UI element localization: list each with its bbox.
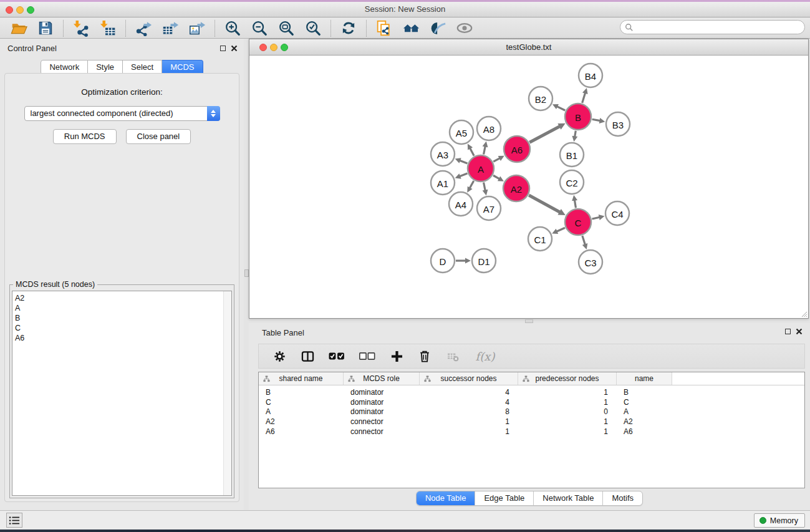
memory-button[interactable]: Memory — [754, 513, 805, 528]
graph-node-B4[interactable] — [579, 64, 602, 87]
refresh-icon[interactable] — [339, 19, 358, 37]
graph-node-A8[interactable] — [477, 117, 501, 140]
graph-node-B3[interactable] — [606, 112, 630, 136]
graph-node-A2[interactable] — [503, 175, 529, 201]
tab-node-table[interactable]: Node Table — [417, 491, 475, 505]
graph-node-C2[interactable] — [560, 170, 584, 194]
deselect-all-checkboxes-icon[interactable] — [359, 349, 376, 364]
graph-node-A7[interactable] — [477, 196, 501, 220]
graph-edge-B-B2[interactable] — [557, 107, 565, 110]
node-table[interactable]: shared nameMCDS rolesuccessor nodesprede… — [258, 372, 805, 488]
import-network-icon[interactable] — [72, 19, 90, 37]
graph-edge-A-A2[interactable] — [493, 175, 499, 179]
mcds-result-item[interactable]: A — [15, 303, 231, 313]
float-panel-icon[interactable] — [220, 46, 226, 51]
graph-edge-C-C3[interactable] — [582, 236, 585, 244]
result-scrollbar[interactable] — [223, 291, 231, 495]
graph-node-C3[interactable] — [579, 250, 602, 274]
graph-node-B[interactable] — [565, 104, 591, 130]
close-window-button[interactable] — [6, 6, 13, 14]
search-input[interactable] — [636, 21, 804, 33]
add-column-icon[interactable] — [389, 349, 404, 364]
network-window-titlebar[interactable]: testGlobe.txt — [249, 39, 808, 56]
graph-node-A1[interactable] — [431, 171, 455, 195]
network-canvas[interactable]: B4B2BB3A5A8A6B1A3AA1C2A2A4A7C4CC1C3DD1 — [249, 56, 808, 318]
table-row[interactable]: Bdominator41B — [259, 387, 804, 397]
graph-node-D1[interactable] — [472, 249, 496, 273]
export-network-icon[interactable] — [134, 19, 153, 37]
graph-node-D[interactable] — [431, 249, 455, 273]
close-panel-icon[interactable] — [231, 45, 238, 52]
graph-edge-B-B1[interactable] — [575, 131, 576, 137]
column-header-MCDS-role[interactable]: MCDS role — [344, 372, 420, 385]
table-row[interactable]: A6connector11A6 — [259, 427, 804, 437]
table-row[interactable]: Cdominator41C — [259, 397, 804, 407]
vertical-splitter-handle[interactable] — [244, 269, 249, 277]
zoom-fit-icon[interactable] — [277, 19, 296, 37]
graph-node-A3[interactable] — [431, 142, 455, 166]
import-table-icon[interactable] — [99, 19, 117, 37]
table-close-panel-icon[interactable] — [796, 328, 803, 335]
graph-edge-B-B4[interactable] — [582, 93, 586, 103]
graph-node-C4[interactable] — [605, 201, 629, 225]
graph-edge-A-A6[interactable] — [493, 158, 499, 162]
graph-node-C1[interactable] — [528, 227, 552, 251]
tab-motifs[interactable]: Motifs — [602, 491, 642, 505]
close-panel-button[interactable]: Close panel — [126, 129, 191, 144]
graph-node-A4[interactable] — [449, 192, 473, 216]
function-builder-icon[interactable]: f(x) — [473, 349, 497, 364]
graph-node-C[interactable] — [565, 209, 591, 235]
table-settings-gear-icon[interactable] — [272, 349, 287, 364]
graph-edge-C-C4[interactable] — [592, 217, 599, 219]
search-field[interactable] — [620, 20, 805, 34]
graph-edge-A2-C[interactable] — [529, 195, 560, 212]
task-history-button[interactable] — [6, 513, 22, 528]
select-all-checkboxes-icon[interactable] — [328, 349, 345, 364]
graph-edge-A-A1[interactable] — [460, 173, 467, 177]
criterion-dropdown[interactable]: largest connected component (directed) — [24, 106, 220, 121]
graph-edge-A-A3[interactable] — [460, 160, 467, 163]
column-header-predecessor-nodes[interactable]: predecessor nodes — [518, 372, 617, 385]
open-session-icon[interactable] — [9, 19, 28, 37]
minimize-window-button[interactable] — [16, 6, 24, 14]
graph-node-B2[interactable] — [529, 87, 552, 110]
first-neighbors-icon[interactable] — [428, 19, 447, 37]
table-row[interactable]: A2connector11A2 — [259, 417, 804, 427]
resize-grip-icon[interactable] — [800, 310, 808, 317]
show-hide-eye-icon[interactable] — [455, 19, 474, 37]
tab-network-table[interactable]: Network Table — [533, 491, 602, 505]
delete-rows-trash-icon[interactable] — [417, 349, 432, 364]
home-icon[interactable] — [402, 19, 420, 37]
graph-edge-C-C2[interactable] — [574, 200, 576, 208]
column-header-successor-nodes[interactable]: successor nodes — [420, 372, 518, 385]
mcds-result-item[interactable]: B — [15, 313, 231, 323]
column-header-name[interactable]: name — [617, 372, 672, 385]
graph-node-A6[interactable] — [504, 136, 530, 162]
graph-edge-A-A7[interactable] — [484, 183, 486, 191]
tab-edge-table[interactable]: Edge Table — [475, 491, 533, 505]
graph-node-A[interactable] — [468, 155, 494, 181]
zoom-out-icon[interactable] — [250, 19, 269, 37]
export-table-icon[interactable] — [161, 19, 180, 37]
new-network-from-selection-icon[interactable] — [375, 19, 393, 37]
graph-edge-B-B3[interactable] — [592, 119, 600, 120]
graph-edge-A6-B[interactable] — [529, 126, 560, 142]
mcds-result-item[interactable]: A2 — [15, 293, 231, 303]
save-session-icon[interactable] — [36, 19, 55, 37]
zoom-in-icon[interactable] — [223, 19, 242, 37]
graph-node-A5[interactable] — [450, 120, 473, 144]
export-image-icon[interactable] — [188, 19, 206, 37]
network-minimize-button[interactable] — [270, 44, 277, 51]
network-maximize-button[interactable] — [281, 44, 288, 51]
network-close-button[interactable] — [259, 44, 267, 51]
graph-node-B1[interactable] — [560, 143, 584, 167]
delete-column-icon[interactable] — [445, 349, 460, 364]
mcds-result-item[interactable]: C — [15, 323, 231, 333]
table-float-panel-icon[interactable] — [785, 329, 791, 334]
mcds-result-item[interactable]: A6 — [15, 333, 231, 343]
column-header-shared-name[interactable]: shared name — [259, 372, 344, 385]
run-mcds-button[interactable]: Run MCDS — [53, 129, 117, 144]
mcds-result-list[interactable]: A2ABCA6 — [12, 291, 232, 496]
table-row[interactable]: Adominator80A — [259, 407, 804, 417]
maximize-window-button[interactable] — [27, 6, 34, 14]
